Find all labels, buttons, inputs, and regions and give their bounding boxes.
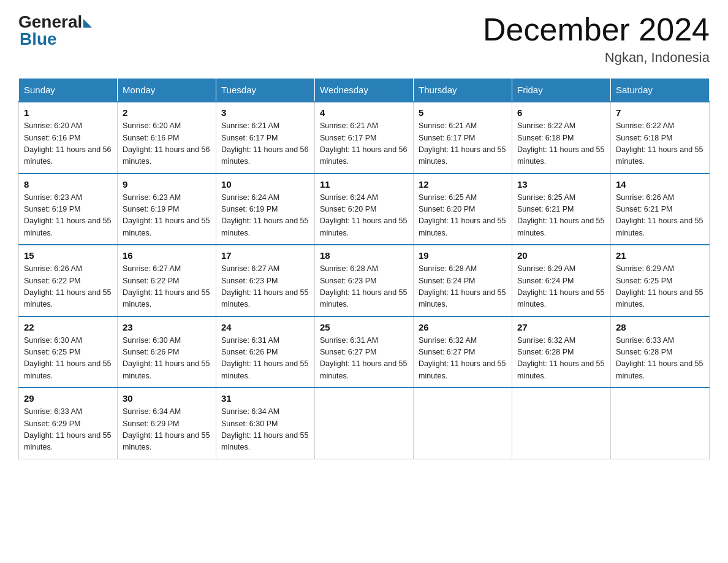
calendar-cell: 18Sunrise: 6:28 AMSunset: 6:23 PMDayligh…: [315, 245, 414, 316]
calendar-cell: 12Sunrise: 6:25 AMSunset: 6:20 PMDayligh…: [414, 174, 512, 245]
calendar-cell: 4Sunrise: 6:21 AMSunset: 6:17 PMDaylight…: [315, 102, 414, 174]
day-number: 3: [221, 107, 309, 118]
day-number: 2: [123, 107, 211, 118]
calendar-cell: 9Sunrise: 6:23 AMSunset: 6:19 PMDaylight…: [118, 174, 216, 245]
calendar-cell: 5Sunrise: 6:21 AMSunset: 6:17 PMDaylight…: [414, 102, 512, 174]
day-info: Sunrise: 6:20 AMSunset: 6:16 PMDaylight:…: [123, 120, 211, 168]
day-number: 6: [517, 107, 605, 118]
day-info: Sunrise: 6:31 AMSunset: 6:26 PMDaylight:…: [221, 335, 309, 383]
week-row-2: 8Sunrise: 6:23 AMSunset: 6:19 PMDaylight…: [19, 174, 710, 245]
calendar-cell: [315, 388, 414, 459]
calendar-cell: 19Sunrise: 6:28 AMSunset: 6:24 PMDayligh…: [414, 245, 512, 316]
calendar-cell: 23Sunrise: 6:30 AMSunset: 6:26 PMDayligh…: [118, 316, 216, 388]
calendar-cell: [414, 388, 512, 459]
calendar-cell: 21Sunrise: 6:29 AMSunset: 6:25 PMDayligh…: [611, 245, 710, 316]
day-number: 28: [616, 322, 704, 332]
calendar-cell: 22Sunrise: 6:30 AMSunset: 6:25 PMDayligh…: [19, 316, 118, 388]
day-info: Sunrise: 6:27 AMSunset: 6:22 PMDaylight:…: [123, 263, 211, 311]
calendar-header: SundayMondayTuesdayWednesdayThursdayFrid…: [19, 79, 710, 102]
day-info: Sunrise: 6:23 AMSunset: 6:19 PMDaylight:…: [123, 192, 211, 240]
day-info: Sunrise: 6:28 AMSunset: 6:23 PMDaylight:…: [320, 263, 408, 311]
day-info: Sunrise: 6:31 AMSunset: 6:27 PMDaylight:…: [320, 335, 408, 383]
calendar-cell: 29Sunrise: 6:33 AMSunset: 6:29 PMDayligh…: [19, 388, 118, 459]
calendar-cell: 3Sunrise: 6:21 AMSunset: 6:17 PMDaylight…: [216, 102, 315, 174]
day-info: Sunrise: 6:23 AMSunset: 6:19 PMDaylight:…: [24, 192, 112, 240]
calendar-cell: 26Sunrise: 6:32 AMSunset: 6:27 PMDayligh…: [414, 316, 512, 388]
calendar-cell: 30Sunrise: 6:34 AMSunset: 6:29 PMDayligh…: [118, 388, 216, 459]
day-number: 23: [123, 322, 211, 332]
day-number: 26: [419, 322, 507, 332]
week-row-1: 1Sunrise: 6:20 AMSunset: 6:16 PMDaylight…: [19, 102, 710, 174]
calendar-cell: 8Sunrise: 6:23 AMSunset: 6:19 PMDaylight…: [19, 174, 118, 245]
day-info: Sunrise: 6:21 AMSunset: 6:17 PMDaylight:…: [221, 120, 309, 168]
calendar-cell: 2Sunrise: 6:20 AMSunset: 6:16 PMDaylight…: [118, 102, 216, 174]
logo-arrow-icon: [83, 19, 92, 28]
calendar-cell: 1Sunrise: 6:20 AMSunset: 6:16 PMDaylight…: [19, 102, 118, 174]
day-info: Sunrise: 6:30 AMSunset: 6:26 PMDaylight:…: [123, 335, 211, 383]
week-row-5: 29Sunrise: 6:33 AMSunset: 6:29 PMDayligh…: [19, 388, 710, 459]
day-info: Sunrise: 6:25 AMSunset: 6:20 PMDaylight:…: [419, 192, 507, 240]
day-info: Sunrise: 6:32 AMSunset: 6:28 PMDaylight:…: [517, 335, 605, 383]
day-info: Sunrise: 6:24 AMSunset: 6:20 PMDaylight:…: [320, 192, 408, 240]
days-of-week-row: SundayMondayTuesdayWednesdayThursdayFrid…: [19, 79, 710, 102]
day-header-sunday: Sunday: [19, 79, 118, 102]
day-header-monday: Monday: [118, 79, 216, 102]
day-info: Sunrise: 6:21 AMSunset: 6:17 PMDaylight:…: [320, 120, 408, 168]
day-number: 14: [616, 179, 704, 190]
day-number: 16: [123, 250, 211, 261]
calendar-cell: 31Sunrise: 6:34 AMSunset: 6:30 PMDayligh…: [216, 388, 315, 459]
day-number: 4: [320, 107, 408, 118]
calendar-cell: 7Sunrise: 6:22 AMSunset: 6:18 PMDaylight…: [611, 102, 710, 174]
day-number: 31: [221, 393, 309, 404]
calendar-table: SundayMondayTuesdayWednesdayThursdayFrid…: [18, 78, 710, 459]
day-header-friday: Friday: [512, 79, 611, 102]
day-info: Sunrise: 6:27 AMSunset: 6:23 PMDaylight:…: [221, 263, 309, 311]
day-info: Sunrise: 6:29 AMSunset: 6:24 PMDaylight:…: [517, 263, 605, 311]
calendar-location: Ngkan, Indonesia: [483, 50, 710, 66]
day-number: 11: [320, 179, 408, 190]
calendar-cell: 25Sunrise: 6:31 AMSunset: 6:27 PMDayligh…: [315, 316, 414, 388]
day-info: Sunrise: 6:33 AMSunset: 6:28 PMDaylight:…: [616, 335, 704, 383]
day-info: Sunrise: 6:34 AMSunset: 6:30 PMDaylight:…: [221, 406, 309, 454]
day-number: 8: [24, 179, 112, 190]
day-number: 5: [419, 107, 507, 118]
day-number: 21: [616, 250, 704, 261]
day-number: 24: [221, 322, 309, 332]
calendar-title: December 2024: [483, 12, 710, 47]
calendar-cell: 6Sunrise: 6:22 AMSunset: 6:18 PMDaylight…: [512, 102, 611, 174]
day-info: Sunrise: 6:34 AMSunset: 6:29 PMDaylight:…: [123, 406, 211, 454]
calendar-cell: 17Sunrise: 6:27 AMSunset: 6:23 PMDayligh…: [216, 245, 315, 316]
day-number: 12: [419, 179, 507, 190]
logo: General Blue: [18, 12, 92, 49]
day-number: 22: [24, 322, 112, 332]
day-number: 10: [221, 179, 309, 190]
calendar-body: 1Sunrise: 6:20 AMSunset: 6:16 PMDaylight…: [19, 102, 710, 459]
page-header: General Blue December 2024 Ngkan, Indone…: [18, 12, 710, 66]
calendar-cell: 16Sunrise: 6:27 AMSunset: 6:22 PMDayligh…: [118, 245, 216, 316]
day-header-thursday: Thursday: [414, 79, 512, 102]
day-number: 19: [419, 250, 507, 261]
calendar-cell: 28Sunrise: 6:33 AMSunset: 6:28 PMDayligh…: [611, 316, 710, 388]
calendar-cell: 27Sunrise: 6:32 AMSunset: 6:28 PMDayligh…: [512, 316, 611, 388]
calendar-cell: 14Sunrise: 6:26 AMSunset: 6:21 PMDayligh…: [611, 174, 710, 245]
day-info: Sunrise: 6:25 AMSunset: 6:21 PMDaylight:…: [517, 192, 605, 240]
week-row-3: 15Sunrise: 6:26 AMSunset: 6:22 PMDayligh…: [19, 245, 710, 316]
day-info: Sunrise: 6:21 AMSunset: 6:17 PMDaylight:…: [419, 120, 507, 168]
day-number: 18: [320, 250, 408, 261]
day-number: 15: [24, 250, 112, 261]
day-info: Sunrise: 6:32 AMSunset: 6:27 PMDaylight:…: [419, 335, 507, 383]
day-info: Sunrise: 6:33 AMSunset: 6:29 PMDaylight:…: [24, 406, 112, 454]
calendar-cell: 10Sunrise: 6:24 AMSunset: 6:19 PMDayligh…: [216, 174, 315, 245]
day-header-tuesday: Tuesday: [216, 79, 315, 102]
logo-blue-text: Blue: [20, 29, 57, 49]
day-number: 17: [221, 250, 309, 261]
day-number: 20: [517, 250, 605, 261]
calendar-cell: 15Sunrise: 6:26 AMSunset: 6:22 PMDayligh…: [19, 245, 118, 316]
calendar-cell: 13Sunrise: 6:25 AMSunset: 6:21 PMDayligh…: [512, 174, 611, 245]
title-block: December 2024 Ngkan, Indonesia: [483, 12, 710, 66]
day-info: Sunrise: 6:22 AMSunset: 6:18 PMDaylight:…: [616, 120, 704, 168]
calendar-cell: 20Sunrise: 6:29 AMSunset: 6:24 PMDayligh…: [512, 245, 611, 316]
day-number: 7: [616, 107, 704, 118]
calendar-cell: [611, 388, 710, 459]
day-header-saturday: Saturday: [611, 79, 710, 102]
